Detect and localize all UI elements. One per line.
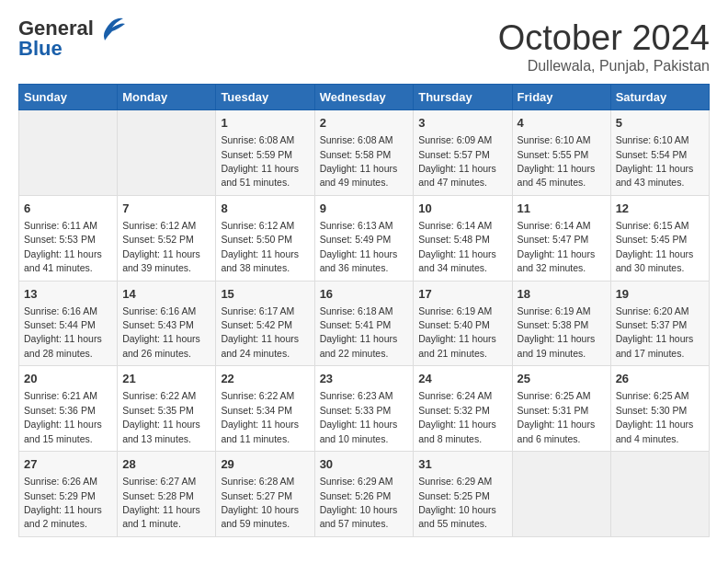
calendar-cell <box>610 452 709 537</box>
column-header-wednesday: Wednesday <box>314 85 414 110</box>
calendar-cell: 9Sunrise: 6:13 AMSunset: 5:49 PMDaylight… <box>314 195 414 281</box>
column-header-monday: Monday <box>118 85 216 110</box>
calendar-cell: 28Sunrise: 6:27 AMSunset: 5:28 PMDayligh… <box>118 452 216 537</box>
day-info: Sunrise: 6:22 AMSunset: 5:34 PMDaylight:… <box>221 390 299 443</box>
calendar-cell <box>118 110 216 196</box>
day-info: Sunrise: 6:28 AMSunset: 5:27 PMDaylight:… <box>221 476 299 529</box>
column-header-friday: Friday <box>512 85 610 110</box>
day-info: Sunrise: 6:16 AMSunset: 5:44 PMDaylight:… <box>24 305 102 359</box>
calendar-cell: 22Sunrise: 6:22 AMSunset: 5:34 PMDayligh… <box>216 366 314 452</box>
week-row-1: 1Sunrise: 6:08 AMSunset: 5:59 PMDaylight… <box>19 110 710 196</box>
month-title: October 2024 <box>498 18 710 58</box>
day-info: Sunrise: 6:12 AMSunset: 5:50 PMDaylight:… <box>221 220 299 273</box>
day-number: 29 <box>221 456 309 473</box>
day-info: Sunrise: 6:18 AMSunset: 5:41 PMDaylight:… <box>320 305 398 359</box>
day-info: Sunrise: 6:14 AMSunset: 5:48 PMDaylight:… <box>418 220 496 273</box>
calendar-cell: 4Sunrise: 6:10 AMSunset: 5:55 PMDaylight… <box>512 110 610 196</box>
day-number: 9 <box>320 201 409 217</box>
week-row-4: 20Sunrise: 6:21 AMSunset: 5:36 PMDayligh… <box>19 366 710 452</box>
day-number: 1 <box>221 115 309 132</box>
column-header-saturday: Saturday <box>610 85 709 110</box>
title-block: October 2024 Dullewala, Punjab, Pakistan <box>498 18 710 75</box>
day-number: 12 <box>616 201 704 217</box>
calendar-cell: 18Sunrise: 6:19 AMSunset: 5:38 PMDayligh… <box>512 281 610 366</box>
day-number: 13 <box>24 286 112 303</box>
calendar-cell: 10Sunrise: 6:14 AMSunset: 5:48 PMDayligh… <box>414 195 512 281</box>
calendar-cell: 23Sunrise: 6:23 AMSunset: 5:33 PMDayligh… <box>314 366 414 452</box>
day-number: 14 <box>122 286 210 303</box>
header-row: SundayMondayTuesdayWednesdayThursdayFrid… <box>19 85 710 110</box>
day-number: 22 <box>221 371 309 387</box>
calendar-cell: 20Sunrise: 6:21 AMSunset: 5:36 PMDayligh… <box>19 366 118 452</box>
day-number: 6 <box>24 201 112 217</box>
calendar-cell: 1Sunrise: 6:08 AMSunset: 5:59 PMDaylight… <box>216 110 314 196</box>
calendar-cell: 15Sunrise: 6:17 AMSunset: 5:42 PMDayligh… <box>216 281 314 366</box>
day-number: 19 <box>616 286 704 303</box>
day-number: 11 <box>518 201 606 217</box>
calendar-cell: 26Sunrise: 6:25 AMSunset: 5:30 PMDayligh… <box>610 366 709 452</box>
day-number: 20 <box>24 371 112 387</box>
day-number: 30 <box>320 456 409 473</box>
calendar-cell: 13Sunrise: 6:16 AMSunset: 5:44 PMDayligh… <box>19 281 118 366</box>
day-info: Sunrise: 6:26 AMSunset: 5:29 PMDaylight:… <box>24 476 102 529</box>
column-header-thursday: Thursday <box>414 85 512 110</box>
day-info: Sunrise: 6:08 AMSunset: 5:58 PMDaylight:… <box>320 134 398 188</box>
day-number: 10 <box>418 201 506 217</box>
calendar-cell: 6Sunrise: 6:11 AMSunset: 5:53 PMDaylight… <box>19 195 118 281</box>
week-row-2: 6Sunrise: 6:11 AMSunset: 5:53 PMDaylight… <box>19 195 710 281</box>
day-number: 17 <box>418 286 506 303</box>
calendar-table: SundayMondayTuesdayWednesdayThursdayFrid… <box>18 84 710 537</box>
day-number: 2 <box>320 115 409 132</box>
calendar-cell: 31Sunrise: 6:29 AMSunset: 5:25 PMDayligh… <box>414 452 512 537</box>
day-info: Sunrise: 6:25 AMSunset: 5:31 PMDaylight:… <box>518 390 596 443</box>
calendar-cell: 19Sunrise: 6:20 AMSunset: 5:37 PMDayligh… <box>610 281 709 366</box>
day-number: 25 <box>518 371 606 387</box>
day-number: 8 <box>221 201 309 217</box>
day-number: 16 <box>320 286 409 303</box>
week-row-5: 27Sunrise: 6:26 AMSunset: 5:29 PMDayligh… <box>19 452 710 537</box>
calendar-cell: 30Sunrise: 6:29 AMSunset: 5:26 PMDayligh… <box>314 452 414 537</box>
calendar-cell: 2Sunrise: 6:08 AMSunset: 5:58 PMDaylight… <box>314 110 414 196</box>
day-number: 24 <box>418 371 506 387</box>
column-header-tuesday: Tuesday <box>216 85 314 110</box>
day-info: Sunrise: 6:21 AMSunset: 5:36 PMDaylight:… <box>24 390 102 443</box>
location-text: Dullewala, Punjab, Pakistan <box>498 58 710 75</box>
day-number: 5 <box>616 115 704 132</box>
day-number: 31 <box>418 456 506 473</box>
day-info: Sunrise: 6:19 AMSunset: 5:38 PMDaylight:… <box>518 305 596 359</box>
day-info: Sunrise: 6:10 AMSunset: 5:54 PMDaylight:… <box>616 134 694 188</box>
day-number: 7 <box>122 201 210 217</box>
day-number: 26 <box>616 371 704 387</box>
day-info: Sunrise: 6:23 AMSunset: 5:33 PMDaylight:… <box>320 390 398 443</box>
calendar-cell: 25Sunrise: 6:25 AMSunset: 5:31 PMDayligh… <box>512 366 610 452</box>
logo-blue-text: Blue <box>18 37 63 60</box>
day-info: Sunrise: 6:25 AMSunset: 5:30 PMDaylight:… <box>616 390 694 443</box>
calendar-cell: 17Sunrise: 6:19 AMSunset: 5:40 PMDayligh… <box>414 281 512 366</box>
page-header: General Blue October 2024 Dullewala, Pun… <box>18 18 710 75</box>
day-number: 28 <box>122 456 210 473</box>
calendar-cell: 7Sunrise: 6:12 AMSunset: 5:52 PMDaylight… <box>118 195 216 281</box>
day-number: 27 <box>24 456 112 473</box>
day-info: Sunrise: 6:22 AMSunset: 5:35 PMDaylight:… <box>122 390 200 443</box>
day-info: Sunrise: 6:15 AMSunset: 5:45 PMDaylight:… <box>616 220 694 273</box>
day-number: 3 <box>418 115 506 132</box>
calendar-cell <box>512 452 610 537</box>
day-info: Sunrise: 6:13 AMSunset: 5:49 PMDaylight:… <box>320 220 398 273</box>
calendar-cell: 8Sunrise: 6:12 AMSunset: 5:50 PMDaylight… <box>216 195 314 281</box>
calendar-cell <box>19 110 118 196</box>
day-info: Sunrise: 6:14 AMSunset: 5:47 PMDaylight:… <box>518 220 596 273</box>
day-info: Sunrise: 6:11 AMSunset: 5:53 PMDaylight:… <box>24 220 102 273</box>
calendar-cell: 21Sunrise: 6:22 AMSunset: 5:35 PMDayligh… <box>118 366 216 452</box>
logo-bird-icon <box>96 15 125 40</box>
calendar-cell: 12Sunrise: 6:15 AMSunset: 5:45 PMDayligh… <box>610 195 709 281</box>
day-info: Sunrise: 6:24 AMSunset: 5:32 PMDaylight:… <box>418 390 496 443</box>
calendar-cell: 27Sunrise: 6:26 AMSunset: 5:29 PMDayligh… <box>19 452 118 537</box>
day-number: 21 <box>122 371 210 387</box>
day-info: Sunrise: 6:08 AMSunset: 5:59 PMDaylight:… <box>221 134 299 188</box>
day-info: Sunrise: 6:20 AMSunset: 5:37 PMDaylight:… <box>616 305 694 359</box>
day-info: Sunrise: 6:09 AMSunset: 5:57 PMDaylight:… <box>418 134 496 188</box>
week-row-3: 13Sunrise: 6:16 AMSunset: 5:44 PMDayligh… <box>19 281 710 366</box>
column-header-sunday: Sunday <box>19 85 118 110</box>
day-info: Sunrise: 6:29 AMSunset: 5:25 PMDaylight:… <box>418 476 496 529</box>
calendar-cell: 14Sunrise: 6:16 AMSunset: 5:43 PMDayligh… <box>118 281 216 366</box>
